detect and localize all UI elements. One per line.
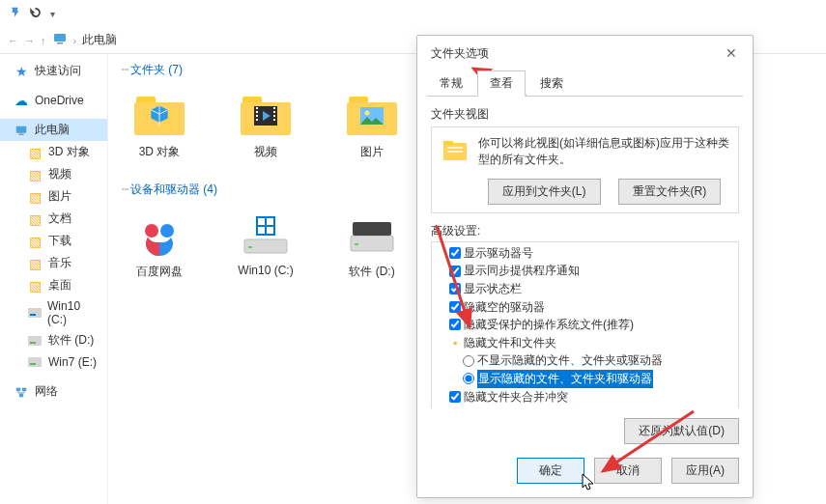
pin-icon[interactable] [8,6,21,22]
opt-dont-show-hidden[interactable] [463,355,474,367]
drive-icon [27,333,43,349]
drive-d[interactable]: 软件 (D:) [338,210,406,280]
sidebar-item-label: Win7 (E:) [48,355,97,369]
folder-view-icon [440,135,470,169]
svg-rect-16 [256,115,258,117]
svg-rect-5 [30,314,36,316]
drive-c[interactable]: Win10 (C:) [232,210,299,280]
opt-hide-protected[interactable] [449,319,461,330]
folder-icon: ▧ [27,211,43,227]
sidebar-item-thispc[interactable]: 此电脑 [0,119,107,141]
svg-point-23 [365,110,370,115]
svg-rect-32 [353,222,391,236]
svg-rect-9 [30,363,36,365]
sidebar-item-d[interactable]: 软件 (D:) [0,329,107,351]
advanced-settings-tree[interactable]: 显示驱动器号 显示同步提供程序通知 显示状态栏 隐藏空的驱动器 隐藏受保护的操作… [431,241,739,408]
opt-sync-provider[interactable] [449,266,461,277]
opt-status-bar[interactable] [449,283,461,294]
reset-folders-button[interactable]: 重置文件夹(R) [618,179,722,205]
sidebar-item-label: 桌面 [48,277,71,294]
svg-rect-1 [57,42,63,44]
opt-hide-merge[interactable] [449,391,461,403]
sidebar-item-label: 快速访问 [35,63,81,79]
tree-label: 显示驱动器号 [464,244,533,263]
apply-to-folders-button[interactable]: 应用到文件夹(L) [488,179,601,205]
svg-rect-10 [16,387,20,391]
breadcrumb-sep-icon: › [73,35,77,46]
sidebar-item-music[interactable]: ▧音乐 [0,252,107,274]
advanced-label: 高级设置: [431,223,739,239]
folder-pictures[interactable]: 图片 [338,90,406,160]
sidebar-item-quick[interactable]: ★快速访问 [0,60,107,82]
sidebar-item-label: 下载 [48,233,71,249]
opt-show-hidden[interactable] [463,373,474,384]
sidebar-item-e[interactable]: Win7 (E:) [0,351,107,373]
drive-icon [27,305,42,321]
dialog-tabs: 常规 查看 搜索 [417,67,753,97]
sidebar-item-video[interactable]: ▧视频 [0,163,107,185]
nav-fwd-icon[interactable]: → [24,35,35,46]
sidebar-item-3d[interactable]: ▧3D 对象 [0,141,107,163]
svg-rect-18 [273,107,275,109]
opt-drive-letters[interactable] [449,247,461,259]
svg-rect-21 [273,119,275,121]
undo-icon[interactable] [29,6,43,22]
pc-icon [14,123,29,138]
tree-label: 隐藏受保护的操作系统文件(推荐) [464,316,634,334]
sidebar-item-label: OneDrive [35,94,84,107]
svg-point-24 [145,224,158,238]
item-label: Win10 (C:) [238,264,293,277]
svg-rect-3 [18,133,23,134]
tab-view[interactable]: 查看 [477,70,526,97]
item-label: 软件 (D:) [349,264,394,280]
sidebar-item-network[interactable]: 网络 [0,380,107,403]
sidebar-item-label: 软件 (D:) [48,332,94,349]
tree-label: 显示隐藏的文件、文件夹和驱动器 [477,370,653,388]
svg-rect-20 [273,115,275,117]
star-icon: ★ [14,64,29,79]
opt-hide-empty[interactable] [449,301,461,313]
folder-view-group: 你可以将此视图(如详细信息或图标)应用于这种类型的所有文件夹。 应用到文件夹(L… [431,126,739,213]
tab-general[interactable]: 常规 [427,70,475,97]
sidebar-item-pictures[interactable]: ▧图片 [0,185,107,208]
svg-rect-6 [28,336,42,346]
ok-button[interactable]: 确定 [517,458,584,484]
drive-icon [27,354,43,370]
svg-rect-15 [256,111,258,113]
drive-baidu[interactable]: 百度网盘 [126,210,193,280]
sidebar-item-onedrive[interactable]: ☁OneDrive [0,90,107,111]
svg-point-25 [160,224,174,238]
sidebar-item-label: 此电脑 [35,122,70,138]
svg-rect-8 [28,357,42,367]
breadcrumb-location[interactable]: 此电脑 [82,32,117,48]
folder-3d[interactable]: 3D 对象 [126,90,193,160]
sidebar-item-docs[interactable]: ▧文档 [0,208,107,230]
close-icon[interactable]: ✕ [720,42,743,65]
nav-back-icon[interactable]: ← [8,35,18,46]
nav-up-icon[interactable]: ↑ [41,35,46,46]
svg-rect-0 [54,34,66,42]
sidebar-item-c[interactable]: Win10 (C:) [0,296,107,329]
overflow-icon[interactable]: ▾ [50,9,55,19]
svg-rect-14 [256,107,258,109]
item-label: 3D 对象 [139,144,181,160]
svg-rect-7 [30,342,36,344]
apply-button[interactable]: 应用(A) [671,458,739,484]
sidebar-item-desktop[interactable]: ▧桌面 [0,274,107,296]
view-group-label: 文件夹视图 [431,106,739,123]
item-label: 图片 [360,144,384,160]
svg-rect-2 [16,126,27,132]
tab-search[interactable]: 搜索 [527,70,576,97]
tree-label: 显示状态栏 [464,280,522,298]
network-icon [14,384,29,400]
cancel-button[interactable]: 取消 [594,458,662,484]
tree-label: 隐藏空的驱动器 [464,298,545,317]
tree-label: 隐藏文件和文件夹 [464,334,556,352]
restore-defaults-button[interactable]: 还原为默认值(D) [624,418,739,444]
folder-view-desc: 你可以将此视图(如详细信息或图标)应用于这种类型的所有文件夹。 [478,135,730,169]
svg-rect-36 [447,151,463,153]
folder-video[interactable]: 视频 [232,90,299,160]
window-toolbar: ▾ [0,0,826,27]
sidebar-item-downloads[interactable]: ▧下载 [0,230,107,252]
cloud-icon: ☁ [14,93,29,108]
